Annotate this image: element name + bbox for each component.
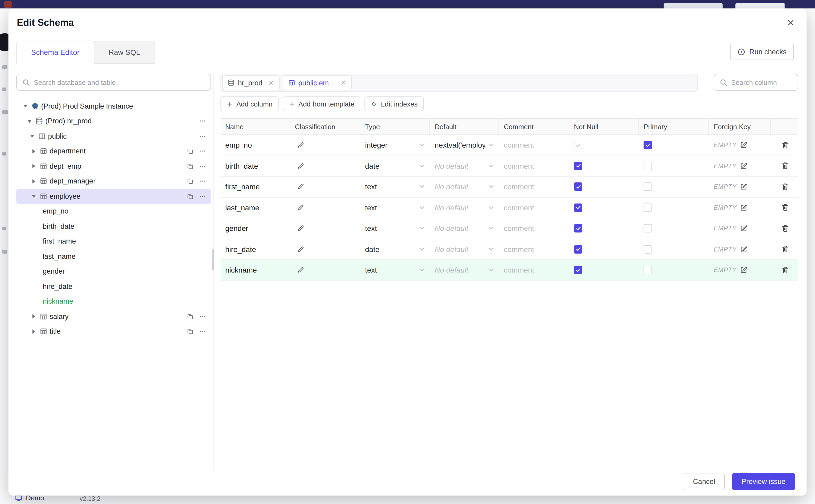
comment-input[interactable]: comment xyxy=(499,177,569,197)
edit-foreign-key-icon[interactable] xyxy=(740,225,748,232)
more-menu-icon[interactable] xyxy=(199,313,206,320)
default-select[interactable]: No default xyxy=(430,156,499,176)
delete-column-icon[interactable] xyxy=(781,266,789,274)
caret-down-icon[interactable] xyxy=(28,132,36,140)
default-select[interactable]: No default xyxy=(430,260,499,280)
close-tab-icon[interactable] xyxy=(340,80,346,86)
edit-foreign-key-icon[interactable] xyxy=(740,183,748,191)
default-select[interactable]: No default xyxy=(430,177,499,197)
tree-item-title[interactable]: title xyxy=(16,324,211,339)
classification-edit-icon[interactable] xyxy=(297,266,304,274)
preview-issue-button[interactable]: Preview issue xyxy=(732,473,795,490)
classification-edit-icon[interactable] xyxy=(297,246,304,253)
edit-foreign-key-icon[interactable] xyxy=(740,204,748,211)
classification-edit-icon[interactable] xyxy=(297,142,304,149)
run-checks-button[interactable]: Run checks xyxy=(730,44,794,60)
tree-item-nickname[interactable]: nickname xyxy=(16,294,211,309)
tree-item-prod-hr-prod[interactable]: (Prod) hr_prod xyxy=(16,114,211,129)
sidebar-search-input[interactable] xyxy=(17,74,210,90)
editor-tab-public-em[interactable]: public.em... xyxy=(282,75,351,90)
copy-icon[interactable] xyxy=(187,328,194,335)
copy-icon[interactable] xyxy=(187,178,194,185)
tree-item-prod-prod-sample-instance[interactable]: (Prod) Prod Sample Instance xyxy=(16,99,211,114)
more-menu-icon[interactable] xyxy=(199,163,206,170)
default-select[interactable]: No default xyxy=(430,197,499,218)
name-cell[interactable]: gender xyxy=(220,218,290,239)
tab-raw-sql[interactable]: Raw SQL xyxy=(94,41,155,64)
add-from-template-button[interactable]: Add from template xyxy=(282,96,360,111)
delete-column-icon[interactable] xyxy=(781,141,789,149)
edit-foreign-key-icon[interactable] xyxy=(740,162,748,170)
copy-icon[interactable] xyxy=(187,163,194,170)
not-null-checkbox-checked[interactable] xyxy=(574,245,582,254)
tree-item-dept-emp[interactable]: dept_emp xyxy=(16,159,211,174)
primary-checkbox-unchecked[interactable] xyxy=(644,224,652,233)
type-select[interactable]: date xyxy=(360,239,430,259)
delete-column-icon[interactable] xyxy=(781,204,789,212)
more-menu-icon[interactable] xyxy=(199,328,206,335)
tab-schema-editor[interactable]: Schema Editor xyxy=(16,41,94,64)
edit-indexes-button[interactable]: Edit indexes xyxy=(364,96,424,111)
edit-foreign-key-icon[interactable] xyxy=(740,246,748,253)
delete-column-icon[interactable] xyxy=(781,245,789,253)
delete-column-icon[interactable] xyxy=(781,183,789,191)
default-select[interactable]: nextval('employ xyxy=(430,135,499,155)
tree-item-gender[interactable]: gender xyxy=(16,264,211,279)
tree-item-dept-manager[interactable]: dept_manager xyxy=(16,174,211,189)
delete-column-icon[interactable] xyxy=(781,162,789,170)
name-cell[interactable]: hire_date xyxy=(220,239,290,259)
comment-input[interactable]: comment xyxy=(499,197,569,218)
name-cell[interactable]: first_name xyxy=(220,177,290,197)
panel-scrollbar-thumb[interactable] xyxy=(212,249,214,270)
copy-icon[interactable] xyxy=(187,313,194,320)
caret-right-icon[interactable] xyxy=(30,327,38,336)
edit-foreign-key-icon[interactable] xyxy=(740,266,748,274)
not-null-checkbox-checked[interactable] xyxy=(574,266,582,274)
tree-item-birth-date[interactable]: birth_date xyxy=(16,219,211,234)
tree-item-last-name[interactable]: last_name xyxy=(16,249,211,264)
delete-column-icon[interactable] xyxy=(781,225,789,232)
caret-right-icon[interactable] xyxy=(30,312,38,321)
primary-checkbox-unchecked[interactable] xyxy=(644,183,652,191)
more-menu-icon[interactable] xyxy=(199,178,206,185)
classification-edit-icon[interactable] xyxy=(297,225,304,232)
name-cell[interactable]: emp_no xyxy=(220,135,290,155)
name-cell[interactable]: nickname xyxy=(220,260,290,280)
caret-down-icon[interactable] xyxy=(30,192,38,201)
close-icon[interactable] xyxy=(785,18,796,28)
type-select[interactable]: text xyxy=(360,177,430,197)
more-menu-icon[interactable] xyxy=(199,193,206,200)
add-column-button[interactable]: Add column xyxy=(220,96,278,111)
comment-input[interactable]: comment xyxy=(499,260,569,280)
type-select[interactable]: text xyxy=(360,260,430,280)
copy-icon[interactable] xyxy=(187,193,194,200)
not-null-checkbox-checked[interactable] xyxy=(574,224,582,233)
primary-checkbox-unchecked[interactable] xyxy=(644,266,652,274)
primary-checkbox-unchecked[interactable] xyxy=(644,203,652,212)
tree-item-employee[interactable]: employee xyxy=(16,189,211,204)
close-tab-icon[interactable] xyxy=(268,80,274,86)
classification-edit-icon[interactable] xyxy=(297,162,304,170)
type-select[interactable]: integer xyxy=(360,135,430,155)
more-menu-icon[interactable] xyxy=(199,118,206,125)
caret-down-icon[interactable] xyxy=(21,102,30,110)
not-null-checkbox-checked[interactable] xyxy=(574,162,582,170)
edit-foreign-key-icon[interactable] xyxy=(740,142,748,149)
comment-input[interactable]: comment xyxy=(499,218,569,239)
tree-item-salary[interactable]: salary xyxy=(16,309,211,324)
tree-item-first-name[interactable]: first_name xyxy=(16,234,211,249)
comment-input[interactable]: comment xyxy=(499,156,569,176)
comment-input[interactable]: comment xyxy=(499,135,569,155)
caret-right-icon[interactable] xyxy=(30,177,38,186)
more-menu-icon[interactable] xyxy=(199,133,206,140)
type-select[interactable]: text xyxy=(360,197,430,218)
cancel-button[interactable]: Cancel xyxy=(683,473,725,490)
primary-checkbox-unchecked[interactable] xyxy=(644,245,652,254)
copy-icon[interactable] xyxy=(187,148,194,155)
name-cell[interactable]: last_name xyxy=(220,197,290,218)
primary-checkbox-checked[interactable] xyxy=(644,141,652,149)
caret-right-icon[interactable] xyxy=(30,147,38,156)
not-null-checkbox-checked[interactable] xyxy=(574,183,582,191)
default-select[interactable]: No default xyxy=(430,239,499,259)
type-select[interactable]: date xyxy=(360,156,430,176)
